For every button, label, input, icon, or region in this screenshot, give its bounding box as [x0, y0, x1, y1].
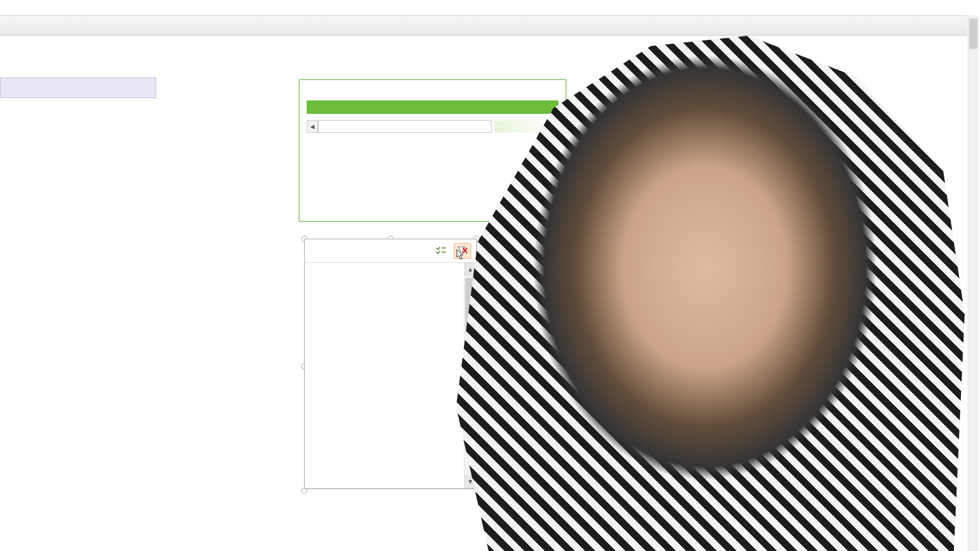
timeline-scroll-track[interactable]	[318, 120, 492, 133]
sheet-scroll-thumb[interactable]	[969, 18, 977, 49]
month-slicer[interactable]: ▲ ▼	[304, 239, 477, 489]
slicer-header	[305, 239, 476, 263]
clear-filter-button[interactable]	[454, 243, 471, 259]
slicer-item-list	[305, 263, 464, 488]
timeline-scroll-left-button[interactable]: ◄	[307, 120, 318, 133]
multi-select-button[interactable]	[432, 243, 450, 259]
month-slicer-selection[interactable]: ▲ ▼	[301, 236, 480, 491]
clear-filter-icon	[457, 246, 468, 256]
pivot-header-cell[interactable]	[0, 78, 156, 98]
timeline-scrollbar[interactable]: ◄	[307, 120, 558, 133]
sheet-vertical-scrollbar[interactable]	[968, 15, 979, 551]
timeline-selection-bar[interactable]	[307, 101, 558, 114]
multi-select-icon	[435, 246, 447, 256]
column-header-row	[0, 15, 967, 36]
